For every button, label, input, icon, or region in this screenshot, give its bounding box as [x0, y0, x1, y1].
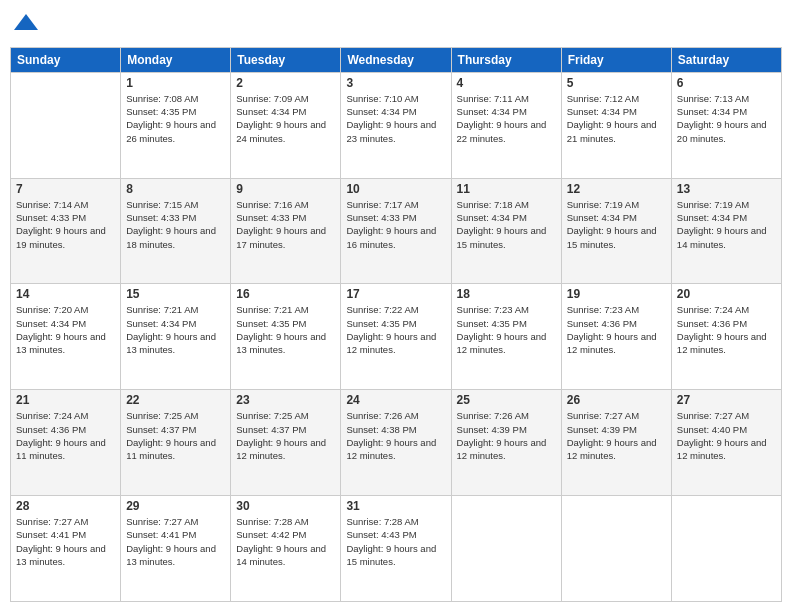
- calendar-cell: 15Sunrise: 7:21 AM Sunset: 4:34 PM Dayli…: [121, 284, 231, 390]
- day-info: Sunrise: 7:25 AM Sunset: 4:37 PM Dayligh…: [126, 409, 225, 462]
- calendar-cell: 19Sunrise: 7:23 AM Sunset: 4:36 PM Dayli…: [561, 284, 671, 390]
- calendar-cell: 24Sunrise: 7:26 AM Sunset: 4:38 PM Dayli…: [341, 390, 451, 496]
- header-wednesday: Wednesday: [341, 47, 451, 72]
- calendar-cell: 29Sunrise: 7:27 AM Sunset: 4:41 PM Dayli…: [121, 496, 231, 602]
- calendar-table: SundayMondayTuesdayWednesdayThursdayFrid…: [10, 47, 782, 602]
- calendar-cell: 2Sunrise: 7:09 AM Sunset: 4:34 PM Daylig…: [231, 72, 341, 178]
- logo-text: [10, 10, 40, 43]
- day-info: Sunrise: 7:08 AM Sunset: 4:35 PM Dayligh…: [126, 92, 225, 145]
- logo: [10, 10, 40, 39]
- day-number: 29: [126, 499, 225, 513]
- day-info: Sunrise: 7:19 AM Sunset: 4:34 PM Dayligh…: [677, 198, 776, 251]
- calendar-cell: 13Sunrise: 7:19 AM Sunset: 4:34 PM Dayli…: [671, 178, 781, 284]
- day-info: Sunrise: 7:28 AM Sunset: 4:42 PM Dayligh…: [236, 515, 335, 568]
- day-info: Sunrise: 7:20 AM Sunset: 4:34 PM Dayligh…: [16, 303, 115, 356]
- day-number: 1: [126, 76, 225, 90]
- calendar-cell: 5Sunrise: 7:12 AM Sunset: 4:34 PM Daylig…: [561, 72, 671, 178]
- day-info: Sunrise: 7:23 AM Sunset: 4:35 PM Dayligh…: [457, 303, 556, 356]
- header: [10, 10, 782, 39]
- day-number: 21: [16, 393, 115, 407]
- calendar-cell: 9Sunrise: 7:16 AM Sunset: 4:33 PM Daylig…: [231, 178, 341, 284]
- calendar-cell: 11Sunrise: 7:18 AM Sunset: 4:34 PM Dayli…: [451, 178, 561, 284]
- day-info: Sunrise: 7:21 AM Sunset: 4:35 PM Dayligh…: [236, 303, 335, 356]
- calendar-cell: [561, 496, 671, 602]
- day-number: 26: [567, 393, 666, 407]
- day-info: Sunrise: 7:09 AM Sunset: 4:34 PM Dayligh…: [236, 92, 335, 145]
- day-info: Sunrise: 7:14 AM Sunset: 4:33 PM Dayligh…: [16, 198, 115, 251]
- day-info: Sunrise: 7:28 AM Sunset: 4:43 PM Dayligh…: [346, 515, 445, 568]
- calendar-cell: 30Sunrise: 7:28 AM Sunset: 4:42 PM Dayli…: [231, 496, 341, 602]
- svg-marker-0: [14, 14, 38, 30]
- calendar-cell: 4Sunrise: 7:11 AM Sunset: 4:34 PM Daylig…: [451, 72, 561, 178]
- day-info: Sunrise: 7:15 AM Sunset: 4:33 PM Dayligh…: [126, 198, 225, 251]
- day-number: 14: [16, 287, 115, 301]
- day-number: 8: [126, 182, 225, 196]
- day-number: 13: [677, 182, 776, 196]
- day-info: Sunrise: 7:21 AM Sunset: 4:34 PM Dayligh…: [126, 303, 225, 356]
- header-monday: Monday: [121, 47, 231, 72]
- day-number: 20: [677, 287, 776, 301]
- day-info: Sunrise: 7:23 AM Sunset: 4:36 PM Dayligh…: [567, 303, 666, 356]
- day-info: Sunrise: 7:19 AM Sunset: 4:34 PM Dayligh…: [567, 198, 666, 251]
- day-number: 7: [16, 182, 115, 196]
- day-number: 5: [567, 76, 666, 90]
- calendar-cell: 25Sunrise: 7:26 AM Sunset: 4:39 PM Dayli…: [451, 390, 561, 496]
- calendar-cell: 14Sunrise: 7:20 AM Sunset: 4:34 PM Dayli…: [11, 284, 121, 390]
- day-number: 3: [346, 76, 445, 90]
- day-number: 19: [567, 287, 666, 301]
- day-number: 2: [236, 76, 335, 90]
- day-number: 28: [16, 499, 115, 513]
- week-row-0: 1Sunrise: 7:08 AM Sunset: 4:35 PM Daylig…: [11, 72, 782, 178]
- day-info: Sunrise: 7:27 AM Sunset: 4:39 PM Dayligh…: [567, 409, 666, 462]
- day-number: 12: [567, 182, 666, 196]
- calendar-cell: 16Sunrise: 7:21 AM Sunset: 4:35 PM Dayli…: [231, 284, 341, 390]
- day-info: Sunrise: 7:24 AM Sunset: 4:36 PM Dayligh…: [677, 303, 776, 356]
- day-info: Sunrise: 7:18 AM Sunset: 4:34 PM Dayligh…: [457, 198, 556, 251]
- calendar-header-row: SundayMondayTuesdayWednesdayThursdayFrid…: [11, 47, 782, 72]
- day-number: 4: [457, 76, 556, 90]
- calendar-cell: 26Sunrise: 7:27 AM Sunset: 4:39 PM Dayli…: [561, 390, 671, 496]
- week-row-1: 7Sunrise: 7:14 AM Sunset: 4:33 PM Daylig…: [11, 178, 782, 284]
- day-info: Sunrise: 7:27 AM Sunset: 4:41 PM Dayligh…: [126, 515, 225, 568]
- calendar-cell: 28Sunrise: 7:27 AM Sunset: 4:41 PM Dayli…: [11, 496, 121, 602]
- day-number: 27: [677, 393, 776, 407]
- day-info: Sunrise: 7:11 AM Sunset: 4:34 PM Dayligh…: [457, 92, 556, 145]
- page: SundayMondayTuesdayWednesdayThursdayFrid…: [0, 0, 792, 612]
- calendar-cell: [671, 496, 781, 602]
- day-info: Sunrise: 7:13 AM Sunset: 4:34 PM Dayligh…: [677, 92, 776, 145]
- calendar-cell: 17Sunrise: 7:22 AM Sunset: 4:35 PM Dayli…: [341, 284, 451, 390]
- day-info: Sunrise: 7:16 AM Sunset: 4:33 PM Dayligh…: [236, 198, 335, 251]
- day-info: Sunrise: 7:12 AM Sunset: 4:34 PM Dayligh…: [567, 92, 666, 145]
- calendar-cell: 8Sunrise: 7:15 AM Sunset: 4:33 PM Daylig…: [121, 178, 231, 284]
- calendar-cell: 27Sunrise: 7:27 AM Sunset: 4:40 PM Dayli…: [671, 390, 781, 496]
- calendar-cell: 18Sunrise: 7:23 AM Sunset: 4:35 PM Dayli…: [451, 284, 561, 390]
- header-friday: Friday: [561, 47, 671, 72]
- calendar-cell: 7Sunrise: 7:14 AM Sunset: 4:33 PM Daylig…: [11, 178, 121, 284]
- header-thursday: Thursday: [451, 47, 561, 72]
- day-info: Sunrise: 7:22 AM Sunset: 4:35 PM Dayligh…: [346, 303, 445, 356]
- calendar-cell: 22Sunrise: 7:25 AM Sunset: 4:37 PM Dayli…: [121, 390, 231, 496]
- header-sunday: Sunday: [11, 47, 121, 72]
- calendar-cell: 20Sunrise: 7:24 AM Sunset: 4:36 PM Dayli…: [671, 284, 781, 390]
- day-number: 16: [236, 287, 335, 301]
- header-saturday: Saturday: [671, 47, 781, 72]
- day-number: 10: [346, 182, 445, 196]
- calendar-cell: 12Sunrise: 7:19 AM Sunset: 4:34 PM Dayli…: [561, 178, 671, 284]
- day-info: Sunrise: 7:24 AM Sunset: 4:36 PM Dayligh…: [16, 409, 115, 462]
- day-info: Sunrise: 7:27 AM Sunset: 4:40 PM Dayligh…: [677, 409, 776, 462]
- logo-icon: [12, 10, 40, 38]
- calendar-cell: [11, 72, 121, 178]
- day-number: 15: [126, 287, 225, 301]
- day-number: 31: [346, 499, 445, 513]
- calendar-cell: 3Sunrise: 7:10 AM Sunset: 4:34 PM Daylig…: [341, 72, 451, 178]
- day-number: 22: [126, 393, 225, 407]
- calendar-cell: 1Sunrise: 7:08 AM Sunset: 4:35 PM Daylig…: [121, 72, 231, 178]
- day-info: Sunrise: 7:27 AM Sunset: 4:41 PM Dayligh…: [16, 515, 115, 568]
- day-info: Sunrise: 7:17 AM Sunset: 4:33 PM Dayligh…: [346, 198, 445, 251]
- day-number: 17: [346, 287, 445, 301]
- calendar-cell: 10Sunrise: 7:17 AM Sunset: 4:33 PM Dayli…: [341, 178, 451, 284]
- day-number: 30: [236, 499, 335, 513]
- week-row-4: 28Sunrise: 7:27 AM Sunset: 4:41 PM Dayli…: [11, 496, 782, 602]
- day-number: 9: [236, 182, 335, 196]
- day-number: 23: [236, 393, 335, 407]
